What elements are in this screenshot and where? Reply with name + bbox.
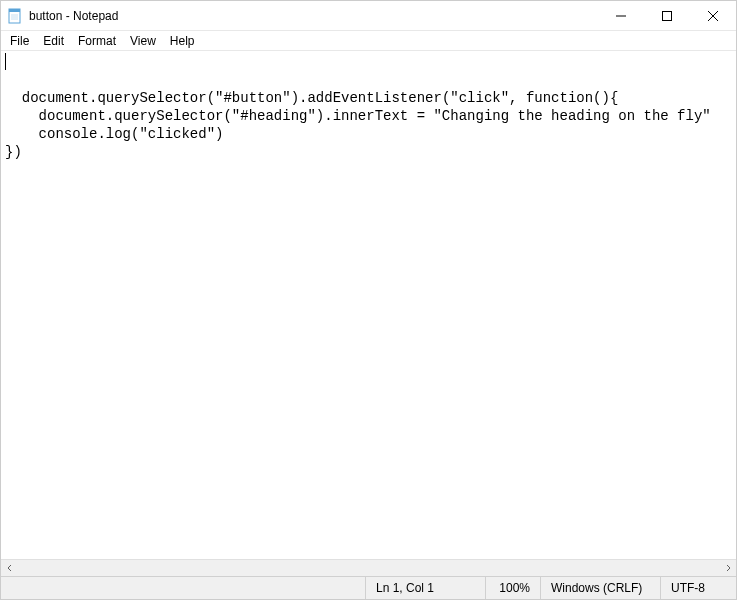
minimize-button[interactable] bbox=[598, 1, 644, 30]
menu-view[interactable]: View bbox=[123, 32, 163, 50]
statusbar: Ln 1, Col 1 100% Windows (CRLF) UTF-8 bbox=[1, 576, 736, 599]
status-eol: Windows (CRLF) bbox=[541, 577, 661, 599]
menu-file[interactable]: File bbox=[3, 32, 36, 50]
editor-content: document.querySelector("#button").addEve… bbox=[5, 90, 711, 160]
maximize-button[interactable] bbox=[644, 1, 690, 30]
svg-rect-6 bbox=[663, 11, 672, 20]
status-spacer bbox=[1, 577, 366, 599]
menubar: File Edit Format View Help bbox=[1, 31, 736, 51]
window-controls bbox=[598, 1, 736, 30]
scroll-left-icon[interactable] bbox=[1, 560, 18, 577]
svg-rect-1 bbox=[9, 9, 20, 12]
scroll-right-icon[interactable] bbox=[719, 560, 736, 577]
text-caret bbox=[5, 53, 6, 70]
window-title: button - Notepad bbox=[29, 9, 598, 23]
notepad-icon bbox=[7, 8, 23, 24]
menu-format[interactable]: Format bbox=[71, 32, 123, 50]
text-editor[interactable]: document.querySelector("#button").addEve… bbox=[1, 51, 736, 559]
close-button[interactable] bbox=[690, 1, 736, 30]
titlebar[interactable]: button - Notepad bbox=[1, 1, 736, 31]
status-zoom: 100% bbox=[486, 577, 541, 599]
status-position: Ln 1, Col 1 bbox=[366, 577, 486, 599]
menu-edit[interactable]: Edit bbox=[36, 32, 71, 50]
menu-help[interactable]: Help bbox=[163, 32, 202, 50]
horizontal-scrollbar[interactable] bbox=[1, 559, 736, 576]
status-encoding: UTF-8 bbox=[661, 577, 736, 599]
